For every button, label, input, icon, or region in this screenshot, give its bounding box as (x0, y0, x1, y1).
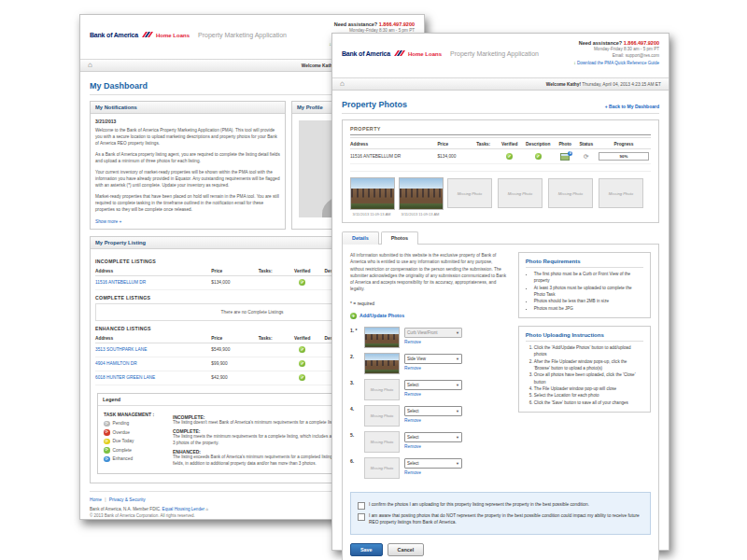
overdue-icon: ⟳ (104, 429, 110, 436)
notifications-header: My Notifications (91, 102, 285, 114)
bofa-flag-icon (393, 49, 405, 58)
col-price: Price (211, 334, 258, 343)
cancel-button[interactable]: Cancel (388, 543, 425, 556)
assistance-phone: 1.866.497.9200 (379, 21, 415, 27)
home-loans-label: Home Loans (408, 51, 442, 57)
property-table: Address Price Tasks: Verified Descriptio… (350, 140, 651, 164)
notification-paragraph: Your current inventory of market-ready p… (95, 169, 280, 189)
add-update-photos-button[interactable]: Add/Update Photos (359, 313, 404, 318)
requirement-item: At least 3 photos must be uploaded to co… (534, 285, 643, 299)
photo-requirements-title: Photo Requirements (526, 259, 643, 268)
photo-row-4: 4. Missing Photo Select▼ Remove (350, 405, 507, 427)
assistance-hours: Monday-Friday 8:30 am - 5 pm PT (573, 47, 659, 53)
legend-item-overdue: ⟳Overdue (104, 429, 163, 436)
notification-paragraph: Market-ready properties that have been p… (95, 193, 280, 213)
due-today-icon: ⟳ (104, 439, 110, 445)
col-price: Price (437, 140, 476, 149)
col-status: Status (575, 140, 597, 149)
home-icon[interactable]: ⌂ (340, 79, 345, 89)
property-photos-window: Bank of America Home Loans Property Mark… (331, 33, 669, 551)
verified-check-icon: ✓ (506, 153, 513, 160)
download-guide-link[interactable]: Download the PMA Quick Reference Guide (577, 61, 659, 65)
legend-item-due-today: ⟳Due Today (104, 439, 163, 445)
double-rule (350, 134, 651, 138)
tab-bar: Details Photos (342, 231, 659, 244)
equal-housing-icon: ⌂ (205, 507, 208, 511)
listing-price: $549,900 (211, 343, 258, 357)
col-address: Address (95, 334, 211, 343)
photo-requirements-box: Photo Requirements The first photo must … (518, 252, 651, 318)
remove-photo-link[interactable]: Remove (404, 470, 421, 475)
notification-paragraph: As a Bank of America property listing ag… (95, 151, 280, 164)
location-select-6[interactable]: Select▼ (404, 458, 462, 469)
photo-count-icon: 0 (560, 153, 570, 161)
property-address: 11516 ANTEBELLUM DR (350, 149, 437, 164)
confirm-text-1: I confirm the photos I am uploading for … (369, 501, 589, 510)
footer-home-link[interactable]: Home (90, 497, 102, 502)
footer-privacy-link[interactable]: Privacy & Security (109, 497, 146, 502)
missing-photo-placeholder: Missing Photo (364, 405, 400, 427)
description-check-icon: ✓ (535, 153, 542, 160)
location-select-3[interactable]: Select▼ (404, 380, 462, 390)
back-to-dashboard-link[interactable]: + Back to My Dashboard (605, 104, 659, 109)
confirmation-box: I confirm the photos I am uploading for … (350, 492, 651, 535)
instruction-step: Select the Location for each photo (534, 392, 643, 399)
photo-thumbnail: 3/11/2013 11:09:13 AM (350, 177, 393, 217)
verified-check-icon: ✓ (299, 346, 305, 353)
notification-paragraph: Welcome to the Bank of America Property … (95, 127, 280, 147)
confirm-checkbox-2[interactable] (358, 513, 365, 521)
missing-photo-placeholder: Missing Photo (364, 379, 400, 400)
fdic-text: Bank of America, N.A. Member FDIC. (90, 507, 161, 511)
photo-caption: 3/11/2013 11:09:13 AM (350, 212, 393, 217)
listing-price: $99,900 (211, 357, 258, 371)
location-select-4[interactable]: Select▼ (404, 406, 462, 416)
enhanced-icon: ⟳ (104, 456, 110, 463)
col-tasks: Tasks: (259, 267, 287, 276)
col-tasks: Tasks: (476, 140, 498, 149)
pending-icon: ⟳ (104, 421, 110, 427)
col-description: Description (522, 140, 555, 149)
download-icon: ↓ (573, 60, 576, 65)
requirement-item: Photos must be JPG (534, 305, 643, 312)
listing-address-link[interactable]: 11516 ANTEBELLUM DR (95, 280, 146, 285)
confirm-checkbox-1[interactable] (358, 502, 365, 510)
col-photo: Photo (555, 140, 576, 149)
col-tasks: Tasks: (259, 334, 287, 343)
remove-photo-link[interactable]: Remove (404, 366, 421, 371)
table-row: 11516 ANTEBELLUM DR $134,000 ✓ ✓ 0 ⟳ 90% (350, 149, 651, 164)
location-select-1[interactable]: Curb View/Front▼ (404, 328, 462, 338)
save-button[interactable]: Save (350, 543, 383, 556)
remove-photo-link[interactable]: Remove (404, 444, 421, 449)
missing-photo-placeholder: Missing Photo (498, 178, 543, 208)
equal-housing-link[interactable]: Equal Housing Lender (162, 507, 204, 511)
photo-instructions-box: Photo Uploading Instructions Click the '… (518, 326, 651, 413)
listing-address-link[interactable]: 6018 HUNTER GREEN LANE (95, 375, 155, 380)
listing-address-link[interactable]: 3513 SOUTHPARK LANE (95, 347, 147, 352)
verified-check-icon: ✓ (299, 360, 305, 367)
home-icon[interactable]: ⌂ (88, 61, 92, 70)
tab-photos[interactable]: Photos (381, 231, 418, 245)
requirement-item: The first photo must be a Curb or Front … (534, 271, 643, 285)
instruction-step: Click the 'Save' button to save all of y… (534, 399, 643, 406)
remove-photo-link[interactable]: Remove (404, 392, 421, 397)
missing-photo-placeholder: Missing Photo (548, 178, 593, 208)
missing-photo-placeholder: Missing Photo (364, 431, 400, 453)
tab-details[interactable]: Details (342, 231, 379, 245)
photos-navbar: ⌂ Welcome Kathy! Thursday, April 04, 201… (332, 77, 669, 91)
house-photo (364, 327, 400, 348)
photo-row-3: 3. Missing Photo Select▼ Remove (350, 379, 507, 400)
show-more-link[interactable]: Show more + (95, 219, 121, 224)
assistance-label: Need assistance? (334, 21, 377, 27)
remove-photo-link[interactable]: Remove (404, 340, 421, 344)
location-select-2[interactable]: Side View▼ (404, 354, 462, 364)
location-select-5[interactable]: Select▼ (404, 432, 462, 442)
assistance-label: Need assistance? (579, 40, 622, 46)
assistance-phone: 1.866.497.9200 (624, 40, 659, 46)
remove-photo-link[interactable]: Remove (404, 418, 421, 423)
home-loans-label: Home Loans (156, 33, 190, 38)
verified-check-icon: ✓ (299, 374, 305, 381)
required-note: * = required (350, 301, 507, 306)
listing-address-link[interactable]: 4904 HAMILTON DR (95, 361, 137, 366)
legend-item-pending: ⟳Pending (104, 421, 163, 427)
legend-item-complete: ⟳Complete (104, 447, 163, 454)
